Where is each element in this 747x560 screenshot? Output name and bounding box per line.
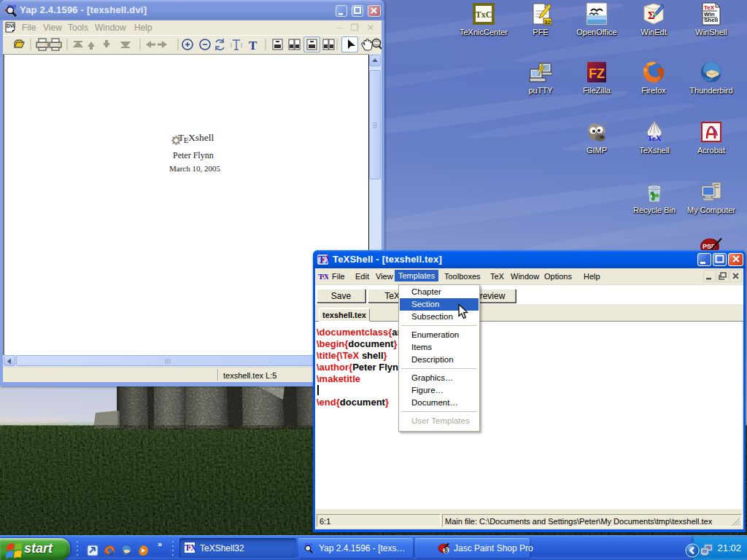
svg-text:32: 32 xyxy=(544,19,551,26)
svg-text:TeX: TeX xyxy=(704,4,715,11)
svg-text:T: T xyxy=(249,39,258,52)
svg-text:TxC: TxC xyxy=(476,9,492,20)
svg-text:FZ: FZ xyxy=(589,66,605,81)
svg-text:DVI: DVI xyxy=(7,23,15,28)
svg-text:TeX: TeX xyxy=(647,133,661,142)
